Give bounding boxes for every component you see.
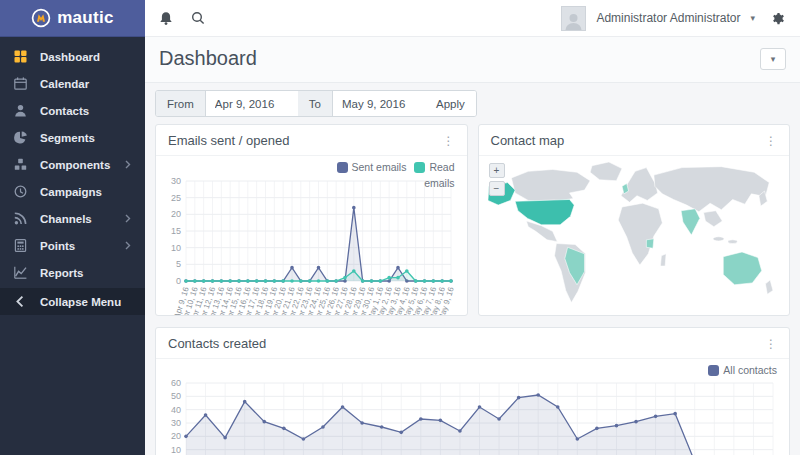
contacts-created-title: Contacts created — [168, 336, 266, 351]
dashboard-options-button[interactable]: ▾ — [760, 48, 786, 70]
sidebar-item-calendar[interactable]: Calendar — [0, 70, 145, 97]
sidebar-item-label: Reports — [40, 267, 131, 279]
apply-button[interactable]: Apply — [425, 91, 476, 116]
chevron-right-icon — [125, 214, 131, 223]
topbar: Administrator Administrator ▾ — [145, 0, 800, 37]
chevron-left-icon — [14, 295, 27, 308]
contact-map-menu-icon[interactable]: ⋮ — [765, 135, 777, 147]
line-chart-icon — [14, 266, 27, 279]
country-se-asia — [703, 211, 722, 227]
user-menu-caret-icon[interactable]: ▾ — [750, 13, 755, 23]
country-africa — [618, 203, 662, 265]
rss-icon — [14, 212, 27, 225]
legend-item[interactable]: All contacts — [700, 364, 777, 376]
contacts-chart-legend: All contacts — [700, 363, 777, 379]
country-australia[interactable] — [723, 252, 761, 285]
emails-widget-menu-icon[interactable]: ⋮ — [443, 135, 455, 147]
emails-chart-legend: Sent emailsRead emails — [305, 160, 455, 192]
sidebar-item-campaigns[interactable]: Campaigns — [0, 178, 145, 205]
page-title: Dashboard — [159, 47, 257, 70]
app-window: mautic DashboardCalendarContactsSegments… — [0, 0, 800, 455]
sidebar-item-channels[interactable]: Channels — [0, 205, 145, 232]
sidebar-item-label: Contacts — [40, 105, 131, 117]
emails-widget-header: Emails sent / opened ⋮ — [156, 125, 467, 156]
country-asia — [653, 167, 768, 212]
emails-widget-title: Emails sent / opened — [168, 133, 289, 148]
svg-text:10: 10 — [171, 445, 181, 455]
calendar-icon — [14, 77, 27, 90]
contacts-created-menu-icon[interactable]: ⋮ — [765, 338, 777, 350]
country-united-states[interactable] — [515, 199, 574, 224]
svg-text:20: 20 — [171, 209, 181, 219]
svg-text:0: 0 — [176, 276, 181, 286]
sidebar-item-label: Channels — [40, 213, 125, 225]
contacts-created-header: Contacts created ⋮ — [156, 328, 789, 359]
country-madagascar — [660, 254, 666, 266]
contact-map-title: Contact map — [491, 133, 565, 148]
avatar[interactable] — [561, 6, 586, 31]
svg-text:30: 30 — [171, 418, 181, 428]
map-zoom-in-button[interactable]: + — [489, 163, 505, 178]
search-icon[interactable] — [191, 11, 205, 25]
emails-chart: 051015202530Apr 9, 16Apr 10, 16Apr 11, 1… — [164, 176, 459, 316]
sidebar-item-label: Segments — [40, 132, 131, 144]
sidebar-item-points[interactable]: Points — [0, 232, 145, 259]
settings-gear-icon[interactable] — [771, 11, 786, 26]
calculator-icon — [14, 239, 27, 252]
country-indonesia — [712, 237, 723, 241]
sidebar-item-reports[interactable]: Reports — [0, 259, 145, 286]
legend-item[interactable]: Read emails — [406, 161, 454, 189]
sidebar-item-contacts[interactable]: Contacts — [0, 97, 145, 124]
svg-text:15: 15 — [171, 226, 181, 236]
svg-text:25: 25 — [171, 193, 181, 203]
sidebar-item-dashboard[interactable]: Dashboard — [0, 43, 145, 70]
date-filter: From To Apply — [155, 90, 477, 117]
user-icon — [14, 104, 27, 117]
country-new-zealand — [765, 280, 773, 294]
mautic-logo-icon — [31, 8, 51, 28]
sidebar-item-label: Dashboard — [40, 51, 131, 63]
dashboard-grid-icon — [14, 50, 27, 63]
to-label: To — [298, 91, 333, 116]
sidebar-item-components[interactable]: Components — [0, 151, 145, 178]
chevron-right-icon — [125, 160, 131, 169]
svg-text:20: 20 — [171, 431, 181, 441]
from-label: From — [156, 91, 206, 116]
country-indonesia-2 — [727, 240, 736, 244]
notifications-bell-icon[interactable] — [159, 11, 173, 26]
sidebar-item-segments[interactable]: Segments — [0, 124, 145, 151]
svg-text:60: 60 — [171, 379, 181, 388]
emails-widget-body: Sent emailsRead emails 051015202530Apr 9… — [156, 156, 467, 316]
components-icon — [14, 158, 27, 171]
country-greenland — [590, 162, 622, 181]
contacts-created-widget: Contacts created ⋮ All contacts 01020304… — [155, 327, 790, 455]
mautic-logo[interactable]: mautic — [0, 0, 145, 37]
country-kenya[interactable] — [646, 239, 654, 248]
contact-map-header: Contact map ⋮ — [479, 125, 790, 156]
sidebar-item-label: Calendar — [40, 78, 131, 90]
topbar-right: Administrator Administrator ▾ — [561, 6, 786, 31]
page-header: Dashboard ▾ — [145, 37, 800, 83]
svg-text:50: 50 — [171, 391, 181, 401]
user-menu[interactable]: Administrator Administrator — [596, 11, 740, 25]
legend-item[interactable]: Sent emails — [329, 161, 407, 173]
sidebar-item-label: Components — [40, 159, 125, 171]
svg-text:30: 30 — [171, 176, 181, 186]
legend-swatch — [708, 365, 719, 376]
world-map-svg — [487, 159, 787, 314]
sidebar-item-label: Campaigns — [40, 186, 131, 198]
country-india[interactable] — [681, 209, 700, 235]
chevron-right-icon — [125, 241, 131, 250]
contact-map-body: + − — [479, 156, 790, 314]
emails-widget: Emails sent / opened ⋮ Sent emailsRead e… — [155, 124, 468, 316]
content: From To Apply Emails sent / opened ⋮ Sen… — [145, 83, 800, 455]
contacts-chart: 0102030405060 — [164, 379, 781, 455]
legend-swatch — [414, 162, 425, 173]
map-zoom-out-button[interactable]: − — [489, 181, 505, 196]
collapse-menu-button[interactable]: Collapse Menu — [0, 288, 145, 315]
date-from-input[interactable] — [206, 91, 298, 116]
date-to-input[interactable] — [333, 91, 425, 116]
sidebar-item-label: Points — [40, 240, 125, 252]
logo-text: mautic — [57, 8, 114, 28]
collapse-menu-label: Collapse Menu — [40, 296, 131, 308]
